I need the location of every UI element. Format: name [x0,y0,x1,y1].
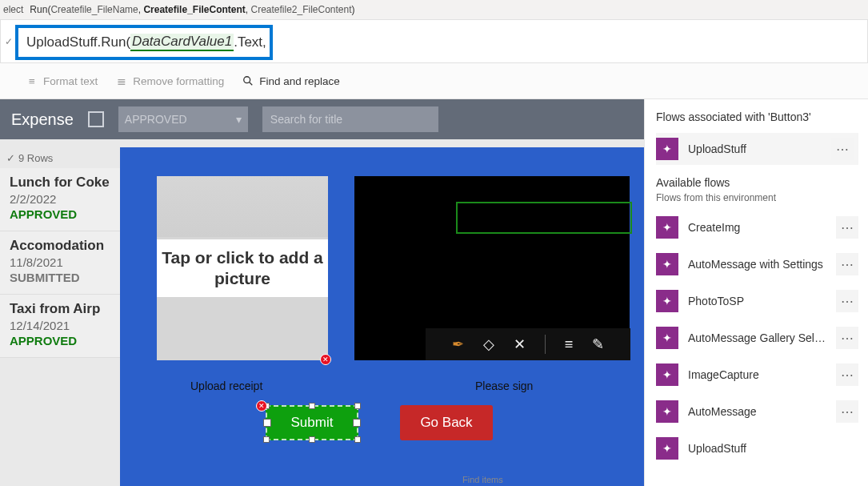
flow-icon: ✦ [656,363,678,386]
check-icon: ✓ [1,36,17,47]
upload-label: Upload receipt [190,380,262,392]
flow-row[interactable]: ✦ UploadStuff [656,432,858,464]
find-items-label: Find items [462,475,503,484]
flow-row[interactable]: ✦ AutoMessage with Settings ⋯ [656,248,858,280]
available-flows-header: Available flows [656,176,858,189]
error-badge-icon[interactable]: ✕ [320,354,331,365]
go-back-button[interactable]: Go Back [400,405,493,440]
submit-button[interactable]: Submit [266,405,358,440]
more-icon[interactable]: ⋯ [836,290,858,312]
intellisense-bar: elect Run(Createfile_FileName, Createfil… [0,0,868,19]
status-dropdown[interactable]: APPROVED ▾ [118,106,248,132]
environment-label: Flows from this environment [656,192,858,203]
flow-icon: ✦ [656,138,678,160]
flow-row[interactable]: ✦ AutoMessage ⋯ [656,396,858,428]
more-icon[interactable]: ⋯ [836,216,858,239]
signature-field[interactable] [456,202,632,234]
find-replace-button[interactable]: Find and replace [242,74,340,87]
flow-row[interactable]: ✦ AutoMessage Gallery Select... ⋯ [656,322,858,354]
remove-formatting-button[interactable]: ≣ Remove formatting [115,74,224,87]
search-icon [242,74,254,87]
app-canvas: Expense APPROVED ▾ Search for title ✓ 9 … [0,99,644,486]
svg-line-1 [250,82,253,86]
svg-point-0 [244,77,250,83]
list-item[interactable]: Taxi from Airp 12/14/2021 APPROVED [0,295,120,358]
flow-icon: ✦ [656,437,678,460]
flow-row[interactable]: ✦ PhotoToSP ⋯ [656,285,858,317]
ink-toolbar: ✒ ◇ ✕ ≡ ✎ [426,328,630,360]
remove-format-icon: ≣ [115,74,128,87]
clear-icon[interactable]: ✕ [514,335,526,353]
search-input[interactable]: Search for title [262,106,438,132]
more-icon[interactable]: ⋯ [836,253,858,275]
expense-header: Expense APPROVED ▾ Search for title [0,99,644,139]
edit-icon[interactable]: ✎ [592,335,604,353]
more-icon[interactable]: ⋯ [836,327,858,349]
chevron-down-icon: ▾ [236,113,242,126]
flow-icon: ✦ [656,327,678,349]
flows-panel: Flows associated with 'Button3' ✦ Upload… [644,99,868,486]
formula-input[interactable]: UploadStuff.Run(DataCardValue1.Text, [15,25,273,60]
flow-icon: ✦ [656,253,678,275]
format-toolbar: ≡ Format text ≣ Remove formatting Find a… [0,63,868,99]
error-badge-icon[interactable]: ✕ [256,400,267,412]
flow-icon: ✦ [656,216,678,239]
sign-label: Please sign [475,380,533,392]
filter-checkbox[interactable] [88,111,104,127]
more-icon[interactable]: ⋯ [831,138,854,160]
flows-header: Flows associated with 'Button3' [656,110,858,123]
format-text-button[interactable]: ≡ Format text [26,74,98,87]
more-icon[interactable]: ⋯ [836,400,858,423]
more-icon[interactable]: ⋯ [836,363,858,386]
flow-row[interactable]: ✦ CreateImg ⋯ [656,211,858,243]
flow-icon: ✦ [656,290,678,312]
expense-list: Lunch for Coke 2/2/2022 APPROVED Accomod… [0,168,120,358]
separator [545,335,546,354]
add-picture-control[interactable]: Tap or click to add a picture [157,176,328,360]
page-title: Expense [11,110,74,129]
list-item[interactable]: Accomodation 11/8/2021 SUBMITTED [0,231,120,295]
pen-icon[interactable]: ✒ [452,335,464,353]
flow-row[interactable]: ✦ ImageCapture ⋯ [656,359,858,391]
eraser-icon[interactable]: ◇ [483,335,494,353]
formula-bar[interactable]: ✓ UploadStuff.Run(DataCardValue1.Text, [0,19,868,63]
flow-row[interactable]: ✦ UploadStuff ⋯ [656,133,858,165]
rows-count: ✓ 9 Rows [6,152,53,164]
select-label: elect [3,4,23,15]
check-icon: ✓ [6,152,15,164]
format-icon: ≡ [26,74,38,87]
run-signature: Run(Createfile_FileName, Createfile_File… [30,4,354,15]
form-panel: Tap or click to add a picture ✕ Upload r… [120,147,644,486]
list-item[interactable]: Lunch for Coke 2/2/2022 APPROVED [0,168,120,231]
line-width-icon[interactable]: ≡ [565,336,574,353]
flow-icon: ✦ [656,400,678,423]
